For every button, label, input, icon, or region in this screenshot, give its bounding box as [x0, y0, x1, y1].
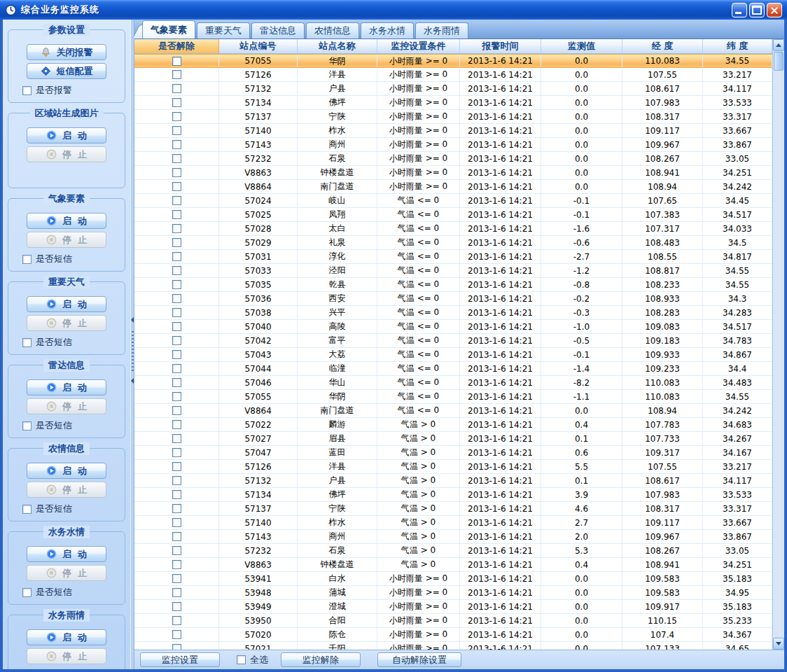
vertical-scrollbar[interactable] — [772, 39, 784, 650]
checkbox-box[interactable] — [22, 338, 32, 347]
tab-6[interactable]: 水务雨情 — [415, 22, 468, 38]
row-checkbox[interactable] — [172, 350, 181, 359]
stop-button[interactable]: 停 止 — [27, 146, 106, 162]
table-row[interactable]: 57025凤翔气温 <= 02013-1-6 14:21-0.1107.3833… — [134, 208, 772, 222]
row-checkbox[interactable] — [172, 518, 181, 527]
row-checkbox[interactable] — [172, 294, 181, 303]
table-row[interactable]: 57134佛坪气温 > 02013-1-6 14:213.9107.98333.… — [134, 488, 772, 502]
tab-5[interactable]: 水务水情 — [361, 22, 414, 38]
table-row[interactable]: 57137宁陕气温 > 02013-1-6 14:214.6108.31733.… — [134, 502, 772, 516]
table-row[interactable]: V8863钟楼盘道气温 > 02013-1-6 14:210.4108.9413… — [134, 558, 772, 572]
checkbox-box[interactable] — [22, 505, 32, 514]
table-row[interactable]: 57021千阳小时雨量 >= 02013-1-6 14:210.0107.133… — [134, 642, 772, 650]
row-checkbox[interactable] — [172, 238, 181, 247]
row-checkbox[interactable] — [172, 280, 181, 289]
row-checkbox[interactable] — [172, 504, 181, 513]
table-row[interactable]: 57027眉县气温 > 02013-1-6 14:210.1107.73334.… — [134, 432, 772, 446]
table-row[interactable]: 57137宁陕小时雨量 >= 02013-1-6 14:210.0108.317… — [134, 110, 772, 124]
table-row[interactable]: 53941白水小时雨量 >= 02013-1-6 14:210.0109.583… — [134, 572, 772, 586]
table-row[interactable]: 57140柞水气温 > 02013-1-6 14:212.7109.11733.… — [134, 516, 772, 530]
start-button[interactable]: 启 动 — [27, 379, 106, 396]
row-checkbox[interactable] — [172, 210, 181, 219]
table-row[interactable]: 53949澄城小时雨量 >= 02013-1-6 14:210.0109.917… — [134, 600, 772, 614]
tab-4[interactable]: 农情信息 — [306, 22, 359, 38]
column-header-7[interactable]: 经 度 — [622, 39, 703, 53]
table-row[interactable]: 57140柞水小时雨量 >= 02013-1-6 14:210.0109.117… — [134, 124, 772, 138]
splitter-collapse-icon[interactable] — [131, 317, 134, 323]
row-checkbox[interactable] — [172, 126, 181, 135]
row-checkbox[interactable] — [172, 98, 181, 107]
row-checkbox[interactable] — [172, 644, 181, 650]
column-header-4[interactable]: 监控设置条件 — [377, 39, 460, 53]
scrollbar-track[interactable] — [773, 71, 784, 638]
row-checkbox[interactable] — [172, 322, 181, 331]
monitor-setup-button[interactable]: 监控设置 — [140, 652, 220, 667]
row-checkbox[interactable] — [172, 546, 181, 555]
row-checkbox[interactable] — [172, 182, 181, 191]
table-row[interactable]: 57031淳化气温 <= 02013-1-6 14:21-2.7108.5534… — [134, 250, 772, 264]
row-checkbox[interactable] — [172, 364, 181, 373]
start-button[interactable]: 启 动 — [27, 546, 106, 562]
sms-enabled-checkbox[interactable]: 是否短信 — [22, 586, 119, 598]
scrollbar-thumb[interactable] — [774, 52, 783, 71]
row-checkbox[interactable] — [172, 406, 181, 415]
table-row[interactable]: 57040高陵气温 <= 02013-1-6 14:21-1.0109.0833… — [134, 320, 772, 334]
table-row[interactable]: 57042富平气温 <= 02013-1-6 14:21-0.5109.1833… — [134, 334, 772, 348]
stop-button[interactable]: 停 止 — [27, 482, 106, 498]
row-checkbox[interactable] — [172, 70, 181, 79]
table-row[interactable]: 57043大荔气温 <= 02013-1-6 14:21-0.1109.9333… — [134, 348, 772, 362]
table-row[interactable]: 57055华阴小时雨量 >= 02013-1-6 14:210.0110.083… — [134, 54, 772, 68]
table-row[interactable]: 57047蓝田气温 > 02013-1-6 14:210.6109.31734.… — [134, 446, 772, 460]
column-header-1[interactable]: 是否解除 — [134, 39, 219, 53]
stop-button[interactable]: 停 止 — [27, 232, 106, 248]
sms-enabled-checkbox[interactable]: 是否短信 — [22, 253, 119, 265]
row-checkbox[interactable] — [172, 462, 181, 471]
checkbox-box[interactable] — [22, 588, 32, 597]
sms-config-button[interactable]: 短信配置 — [27, 63, 106, 79]
tab-1[interactable]: 气象要素 — [142, 20, 195, 38]
table-row[interactable]: 57126洋县小时雨量 >= 02013-1-6 14:210.0107.553… — [134, 68, 772, 82]
close-alarm-button[interactable]: 关闭报警 — [27, 44, 106, 60]
alarm-enabled-checkbox[interactable]: 是否报警 — [22, 84, 119, 97]
stop-button[interactable]: 停 止 — [27, 648, 106, 664]
start-button[interactable]: 启 动 — [27, 213, 106, 229]
table-row[interactable]: 57024岐山气温 <= 02013-1-6 14:21-0.1107.6534… — [134, 194, 772, 208]
table-row[interactable]: V8864南门盘道小时雨量 >= 02013-1-6 14:210.0108.9… — [134, 180, 772, 194]
column-header-3[interactable]: 站点名称 — [298, 39, 377, 53]
row-checkbox[interactable] — [172, 57, 181, 66]
row-checkbox[interactable] — [172, 336, 181, 345]
column-header-6[interactable]: 监测值 — [541, 39, 622, 53]
row-checkbox[interactable] — [172, 476, 181, 485]
table-row[interactable]: 57046华山气温 <= 02013-1-6 14:21-8.2110.0833… — [134, 376, 772, 390]
row-checkbox[interactable] — [172, 420, 181, 429]
row-checkbox[interactable] — [172, 140, 181, 149]
tab-2[interactable]: 重要天气 — [197, 22, 250, 38]
sidebar-splitter[interactable] — [130, 20, 134, 669]
sms-enabled-checkbox[interactable]: 是否短信 — [22, 336, 119, 349]
column-header-8[interactable]: 纬 度 — [703, 39, 772, 53]
start-button[interactable]: 启 动 — [27, 127, 106, 144]
sms-enabled-checkbox[interactable]: 是否短信 — [22, 503, 119, 515]
stop-button[interactable]: 停 止 — [27, 565, 106, 581]
row-checkbox[interactable] — [172, 574, 181, 583]
checkbox-box[interactable] — [237, 655, 246, 664]
table-row[interactable]: 53948蒲城小时雨量 >= 02013-1-6 14:210.0109.583… — [134, 586, 772, 600]
minimize-button[interactable] — [732, 3, 747, 18]
table-row[interactable]: 57143商州小时雨量 >= 02013-1-6 14:210.0109.967… — [134, 138, 772, 152]
row-checkbox[interactable] — [172, 378, 181, 387]
table-row[interactable]: 53950合阳小时雨量 >= 02013-1-6 14:210.0110.153… — [134, 614, 772, 628]
table-row[interactable]: 57033泾阳气温 <= 02013-1-6 14:21-1.2108.8173… — [134, 264, 772, 278]
row-checkbox[interactable] — [172, 602, 181, 611]
checkbox-box[interactable] — [22, 421, 32, 430]
table-row[interactable]: 57232石泉小时雨量 >= 02013-1-6 14:210.0108.267… — [134, 152, 772, 166]
row-checkbox[interactable] — [172, 196, 181, 205]
row-checkbox[interactable] — [172, 448, 181, 457]
row-checkbox[interactable] — [172, 154, 181, 163]
start-button[interactable]: 启 动 — [27, 629, 106, 645]
checkbox-box[interactable] — [22, 86, 32, 95]
table-row[interactable]: V8863钟楼盘道小时雨量 >= 02013-1-6 14:210.0108.9… — [134, 166, 772, 180]
stop-button[interactable]: 停 止 — [27, 315, 106, 331]
row-checkbox[interactable] — [172, 434, 181, 443]
table-row[interactable]: 57036西安气温 <= 02013-1-6 14:21-0.2108.9333… — [134, 292, 772, 306]
row-checkbox[interactable] — [172, 490, 181, 499]
